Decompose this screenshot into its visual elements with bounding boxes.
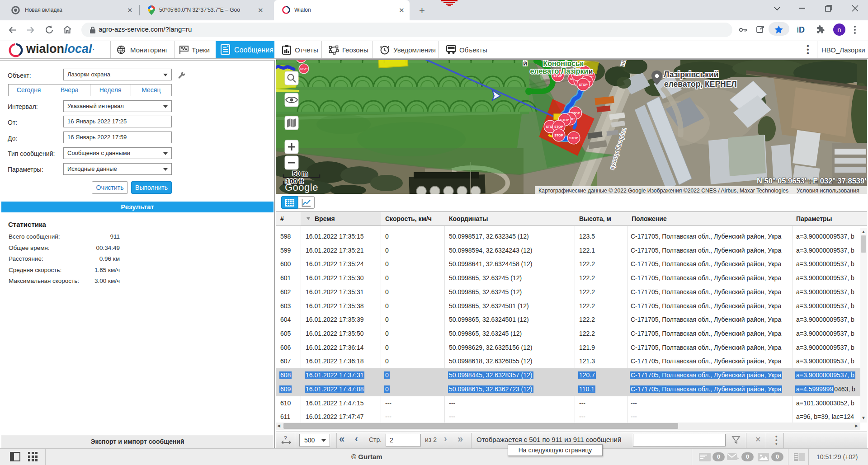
svg-text:й: й	[523, 60, 527, 67]
svg-text:Кононівськ: Кононівськ	[543, 60, 584, 67]
svg-text:Условия использования: Условия использования	[797, 188, 859, 194]
svg-text:Google: Google	[285, 182, 318, 193]
svg-text:STOP: STOP	[579, 83, 588, 87]
svg-text:N 50° 05.9653' : E 032° 37.853: N 50° 05.9653' : E 032° 37.8539'	[757, 177, 866, 185]
svg-text:?: ?	[284, 435, 287, 442]
svg-text:Картографические данные © 2022: Картографические данные © 2022 Google Из…	[538, 188, 788, 194]
svg-text:STOP: STOP	[554, 125, 563, 129]
svg-text:елевато Лазірки: елевато Лазірки	[530, 67, 589, 75]
svg-text:елеватор, КЕРНЕЛ: елеватор, КЕРНЕЛ	[664, 80, 737, 89]
svg-text:и: и	[589, 67, 593, 75]
svg-text:STOP: STOP	[569, 136, 578, 140]
svg-text:50 m: 50 m	[292, 169, 308, 177]
svg-text:STOP: STOP	[554, 133, 563, 137]
svg-text:STOP: STOP	[300, 67, 307, 70]
svg-text:Лазірківський: Лазірківський	[664, 70, 719, 79]
